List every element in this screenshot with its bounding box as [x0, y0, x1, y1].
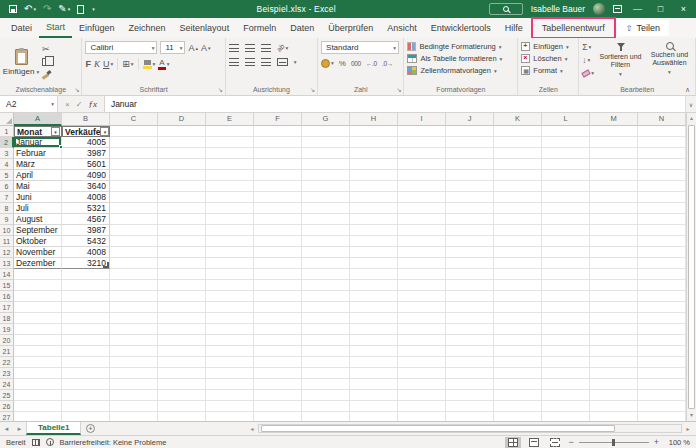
- cancel-entry-icon[interactable]: ×: [65, 100, 70, 109]
- cell-E17[interactable]: [206, 302, 254, 313]
- tab-daten[interactable]: Daten: [283, 18, 321, 38]
- cell-L22[interactable]: [542, 357, 590, 368]
- cell-N15[interactable]: [638, 280, 686, 291]
- cell-D7[interactable]: [158, 192, 206, 203]
- cell-K9[interactable]: [494, 214, 542, 225]
- row-header-26[interactable]: 26: [0, 401, 14, 412]
- cell-B11[interactable]: 5432: [62, 236, 110, 247]
- cell-A6[interactable]: Mai: [14, 181, 62, 192]
- hscroll-left-icon[interactable]: ◄: [247, 426, 257, 432]
- cell-D1[interactable]: [158, 126, 206, 137]
- cell-D16[interactable]: [158, 291, 206, 302]
- cell-E3[interactable]: [206, 148, 254, 159]
- cell-A11[interactable]: Oktober: [14, 236, 62, 247]
- cell-H16[interactable]: [350, 291, 398, 302]
- cell-styles-button[interactable]: Zellenformatvorlagen▾: [407, 66, 502, 75]
- cell-A9[interactable]: August: [14, 214, 62, 225]
- cell-K18[interactable]: [494, 313, 542, 324]
- page-layout-view-button[interactable]: [526, 437, 542, 448]
- collapse-ribbon-icon[interactable]: ∧: [685, 86, 690, 94]
- cell-K3[interactable]: [494, 148, 542, 159]
- cell-D14[interactable]: [158, 269, 206, 280]
- align-left-icon[interactable]: [229, 58, 239, 66]
- cell-G9[interactable]: [302, 214, 350, 225]
- cell-L2[interactable]: [542, 137, 590, 148]
- copy-icon[interactable]: ▾: [42, 57, 53, 67]
- cell-A22[interactable]: [14, 357, 62, 368]
- cell-B1[interactable]: Verkäufe▾: [62, 126, 110, 137]
- insert-cells-button[interactable]: Einfügen▾: [521, 42, 568, 51]
- cell-F2[interactable]: [254, 137, 302, 148]
- cell-I20[interactable]: [398, 335, 446, 346]
- column-header-e[interactable]: E: [206, 113, 254, 126]
- cell-E10[interactable]: [206, 225, 254, 236]
- cell-L23[interactable]: [542, 368, 590, 379]
- cell-G17[interactable]: [302, 302, 350, 313]
- font-color-icon[interactable]: A▾: [158, 59, 169, 70]
- cell-E7[interactable]: [206, 192, 254, 203]
- cell-J14[interactable]: [446, 269, 494, 280]
- cell-L16[interactable]: [542, 291, 590, 302]
- cell-L25[interactable]: [542, 390, 590, 401]
- column-header-b[interactable]: B: [62, 113, 110, 126]
- cell-C16[interactable]: [110, 291, 158, 302]
- cell-D22[interactable]: [158, 357, 206, 368]
- cell-N5[interactable]: [638, 170, 686, 181]
- row-header-10[interactable]: 10: [0, 225, 14, 236]
- cell-B19[interactable]: [62, 324, 110, 335]
- add-sheet-button[interactable]: +: [81, 422, 99, 435]
- cell-E15[interactable]: [206, 280, 254, 291]
- row-header-3[interactable]: 3: [0, 148, 14, 159]
- cell-N9[interactable]: [638, 214, 686, 225]
- cell-F23[interactable]: [254, 368, 302, 379]
- confirm-entry-icon[interactable]: ✓: [76, 100, 83, 109]
- cell-D10[interactable]: [158, 225, 206, 236]
- cell-A26[interactable]: [14, 401, 62, 412]
- cell-F15[interactable]: [254, 280, 302, 291]
- cell-L10[interactable]: [542, 225, 590, 236]
- format-as-table-button[interactable]: Als Tabelle formatieren▾: [407, 54, 502, 63]
- cell-D2[interactable]: [158, 137, 206, 148]
- cell-L18[interactable]: [542, 313, 590, 324]
- cell-E23[interactable]: [206, 368, 254, 379]
- cell-H13[interactable]: [350, 258, 398, 269]
- cell-J6[interactable]: [446, 181, 494, 192]
- row-header-6[interactable]: 6: [0, 181, 14, 192]
- filter-button[interactable]: ▾: [100, 127, 109, 136]
- cell-G14[interactable]: [302, 269, 350, 280]
- cell-D6[interactable]: [158, 181, 206, 192]
- scroll-down-icon[interactable]: ▾: [690, 410, 693, 421]
- cell-G6[interactable]: [302, 181, 350, 192]
- cell-A8[interactable]: Juli: [14, 203, 62, 214]
- cell-I15[interactable]: [398, 280, 446, 291]
- cell-D12[interactable]: [158, 247, 206, 258]
- cell-E27[interactable]: [206, 412, 254, 421]
- row-header-23[interactable]: 23: [0, 368, 14, 379]
- cell-D23[interactable]: [158, 368, 206, 379]
- cell-B17[interactable]: [62, 302, 110, 313]
- cell-N16[interactable]: [638, 291, 686, 302]
- cell-G21[interactable]: [302, 346, 350, 357]
- cell-L9[interactable]: [542, 214, 590, 225]
- cell-E9[interactable]: [206, 214, 254, 225]
- cell-K13[interactable]: [494, 258, 542, 269]
- cell-B25[interactable]: [62, 390, 110, 401]
- cell-I4[interactable]: [398, 159, 446, 170]
- cell-D20[interactable]: [158, 335, 206, 346]
- cell-D25[interactable]: [158, 390, 206, 401]
- cell-H10[interactable]: [350, 225, 398, 236]
- cell-N10[interactable]: [638, 225, 686, 236]
- row-header-25[interactable]: 25: [0, 390, 14, 401]
- cell-K23[interactable]: [494, 368, 542, 379]
- cell-M27[interactable]: [590, 412, 638, 421]
- cell-F16[interactable]: [254, 291, 302, 302]
- row-header-9[interactable]: 9: [0, 214, 14, 225]
- cell-J17[interactable]: [446, 302, 494, 313]
- cell-B21[interactable]: [62, 346, 110, 357]
- cell-C19[interactable]: [110, 324, 158, 335]
- cell-L17[interactable]: [542, 302, 590, 313]
- column-header-n[interactable]: N: [638, 113, 686, 126]
- page-break-view-button[interactable]: [547, 437, 563, 448]
- minimize-button[interactable]: —: [630, 4, 645, 14]
- draw-icon[interactable]: ✎▾: [58, 4, 70, 14]
